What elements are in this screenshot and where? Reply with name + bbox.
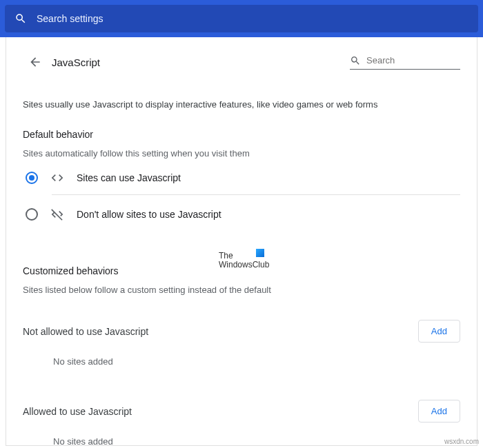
watermark-logo-icon — [256, 249, 264, 257]
search-settings-input[interactable] — [37, 13, 469, 24]
radio-option-block[interactable]: Don't allow sites to use Javascript — [23, 195, 460, 231]
page-header: JavaScript — [23, 37, 460, 80]
radio-label: Sites can use Javascript — [77, 172, 181, 183]
watermark-line2: WindowsClub — [219, 261, 460, 269]
add-allowed-button[interactable]: Add — [418, 400, 460, 422]
default-behavior-sub: Sites automatically follow this setting … — [23, 148, 460, 159]
radio-label: Don't allow sites to use Javascript — [77, 209, 221, 220]
sub-search-field[interactable] — [350, 55, 460, 70]
radio-option-allow[interactable]: Sites can use Javascript — [23, 159, 460, 194]
search-icon — [14, 12, 27, 25]
settings-panel: JavaScript Sites usually use Javascript … — [6, 37, 477, 446]
allowed-empty-text: No sites added — [53, 436, 460, 447]
back-button[interactable] — [23, 50, 48, 74]
search-settings-field[interactable] — [5, 5, 478, 32]
code-off-icon — [50, 207, 64, 221]
allowed-list-title: Allowed to use Javascript — [23, 406, 132, 417]
page-description: Sites usually use Javascript to display … — [23, 99, 460, 110]
add-blocked-button[interactable]: Add — [418, 320, 460, 343]
watermark: The WindowsClub — [219, 252, 460, 269]
blocked-list-title: Not allowed to use Javascript — [23, 326, 148, 337]
radio-icon — [26, 172, 38, 184]
radio-icon — [26, 208, 38, 221]
blocked-list-header: Not allowed to use Javascript Add — [23, 320, 460, 343]
blocked-empty-text: No sites added — [53, 356, 460, 367]
custom-behaviors-sub: Sites listed below follow a custom setti… — [23, 285, 460, 295]
arrow-back-icon — [28, 55, 42, 69]
image-credit: wsxdn.com — [444, 438, 479, 445]
search-icon — [350, 55, 361, 66]
allowed-list-header: Allowed to use Javascript Add — [23, 400, 460, 422]
default-behavior-heading: Default behavior — [23, 129, 460, 140]
code-icon — [50, 171, 64, 185]
sub-search-input[interactable] — [366, 55, 460, 65]
top-search-bar — [0, 0, 483, 37]
page-title: JavaScript — [52, 57, 100, 68]
